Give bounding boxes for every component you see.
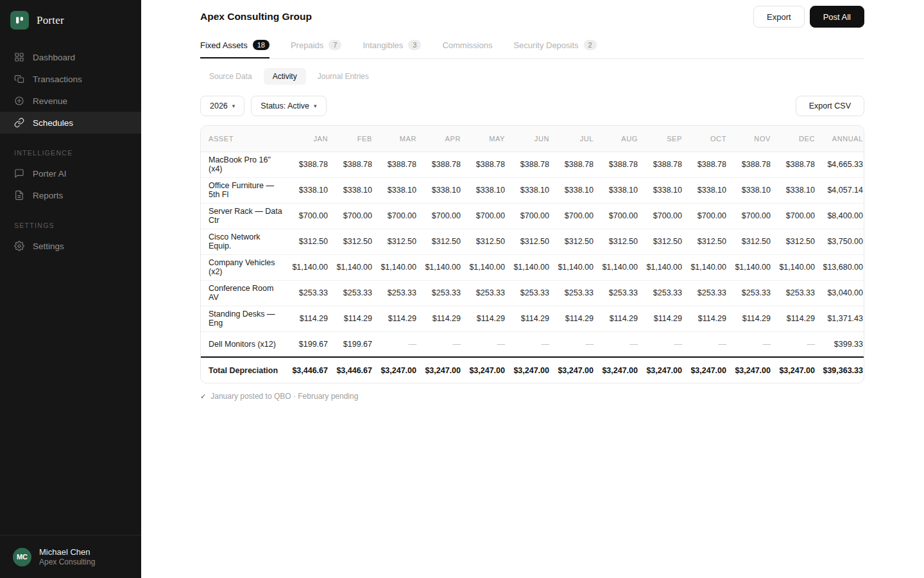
gear-icon xyxy=(14,241,24,251)
sidebar-item-transactions[interactable]: Transactions xyxy=(0,68,141,90)
table-header-row: ASSETJANFEBMARAPRMAYJUNJULAUGSEPOCTNOVDE… xyxy=(201,126,864,152)
month-value: $338.10 xyxy=(594,177,638,203)
sidebar-item-revenue[interactable]: Revenue xyxy=(0,90,141,112)
sidebar-item-dashboard[interactable]: Dashboard xyxy=(0,46,141,68)
month-value: $114.29 xyxy=(505,306,549,331)
sidebar-section-label-settings: SETTINGS xyxy=(14,222,127,229)
tab-security-deposits[interactable]: Security Deposits2 xyxy=(513,31,596,58)
brand-name: Porter xyxy=(37,14,64,27)
month-value: $388.78 xyxy=(594,152,638,177)
month-value: $338.10 xyxy=(328,177,372,203)
table-row[interactable]: Office Furniture — 5th Fl$338.10$338.10$… xyxy=(201,177,864,203)
table-row[interactable]: Cisco Network Equip.$312.50$312.50$312.5… xyxy=(201,229,864,254)
export-csv-button[interactable]: Export CSV xyxy=(796,96,864,116)
depreciation-table: ASSETJANFEBMARAPRMAYJUNJULAUGSEPOCTNOVDE… xyxy=(200,125,864,383)
month-value: $253.33 xyxy=(284,280,328,306)
annual-value: $4,057.14 xyxy=(815,177,864,203)
sidebar-item-porter-ai[interactable]: Porter AI xyxy=(0,162,141,184)
month-value: $312.50 xyxy=(594,229,638,254)
total-month-value: $3,247.00 xyxy=(771,357,815,383)
month-value: $253.33 xyxy=(638,280,682,306)
month-value: $338.10 xyxy=(416,177,461,203)
grid-icon xyxy=(14,52,24,62)
month-value: $253.33 xyxy=(771,280,815,306)
table-row[interactable]: Server Rack — Data Ctr$700.00$700.00$700… xyxy=(201,203,864,229)
month-value: $388.78 xyxy=(328,152,372,177)
subtab-journal-entries[interactable]: Journal Entries xyxy=(309,68,378,85)
porter-logo-icon xyxy=(10,11,29,30)
tab-count-badge: 18 xyxy=(253,40,270,50)
month-value: $253.33 xyxy=(549,280,594,306)
table-row[interactable]: MacBook Pro 16" (x4)$388.78$388.78$388.7… xyxy=(201,152,864,177)
year-dropdown-value: 2026 xyxy=(210,101,228,110)
table-row[interactable]: Dell Monitors (x12)$199.67$199.67———————… xyxy=(201,331,864,357)
sidebar-item-reports[interactable]: Reports xyxy=(0,184,141,206)
month-value: $253.33 xyxy=(682,280,726,306)
month-value: $114.29 xyxy=(461,306,505,331)
table-row[interactable]: Company Vehicles (x2)$1,140.00$1,140.00$… xyxy=(201,254,864,280)
month-value: $1,140.00 xyxy=(416,254,461,280)
month-value: $253.33 xyxy=(372,280,416,306)
tab-commissions[interactable]: Commissions xyxy=(442,31,492,58)
tab-fixed-assets[interactable]: Fixed Assets18 xyxy=(200,31,270,58)
status-dropdown-value: Status: Active xyxy=(261,101,309,110)
month-value: $700.00 xyxy=(549,203,594,229)
month-value: $312.50 xyxy=(638,229,682,254)
month-value: $388.78 xyxy=(549,152,594,177)
month-value: — xyxy=(726,331,771,357)
export-button[interactable]: Export xyxy=(753,6,805,28)
avatar: MC xyxy=(13,548,31,566)
sidebar-item-settings[interactable]: Settings xyxy=(0,235,141,257)
table-row[interactable]: Conference Room AV$253.33$253.33$253.33$… xyxy=(201,280,864,306)
month-value: $388.78 xyxy=(771,152,815,177)
month-value: $312.50 xyxy=(284,229,328,254)
year-dropdown[interactable]: 2026 ▾ xyxy=(200,96,244,116)
annual-value: $4,665.33 xyxy=(815,152,864,177)
column-header-feb: FEB xyxy=(328,126,372,152)
asset-name: Company Vehicles (x2) xyxy=(201,254,284,280)
subtab-source-data[interactable]: Source Data xyxy=(200,68,261,85)
month-value: $1,140.00 xyxy=(682,254,726,280)
month-value: $338.10 xyxy=(726,177,771,203)
month-value: $253.33 xyxy=(726,280,771,306)
month-value: — xyxy=(505,331,549,357)
tab-intangibles[interactable]: Intangibles3 xyxy=(363,31,421,58)
status-dropdown[interactable]: Status: Active ▾ xyxy=(251,96,326,116)
month-value: — xyxy=(461,331,505,357)
sidebar-item-schedules[interactable]: Schedules xyxy=(0,112,141,134)
subtab-activity[interactable]: Activity xyxy=(264,68,306,85)
page-title: Apex Consulting Group xyxy=(200,11,312,22)
month-value: $253.33 xyxy=(505,280,549,306)
month-value: $1,140.00 xyxy=(372,254,416,280)
month-value: — xyxy=(549,331,594,357)
month-value: $338.10 xyxy=(549,177,594,203)
total-annual-value: $39,363.33 xyxy=(815,357,864,383)
month-value: $338.10 xyxy=(682,177,726,203)
column-header-annual: ANNUAL xyxy=(815,126,864,152)
post-all-button[interactable]: Post All xyxy=(810,6,864,28)
user-card[interactable]: MC Michael Chen Apex Consulting xyxy=(0,535,141,578)
month-value: $700.00 xyxy=(416,203,461,229)
month-value: $114.29 xyxy=(372,306,416,331)
month-value: $388.78 xyxy=(726,152,771,177)
column-header-asset: ASSET xyxy=(201,126,284,152)
month-value: $700.00 xyxy=(328,203,372,229)
brand[interactable]: Porter xyxy=(0,0,141,40)
month-value: $1,140.00 xyxy=(726,254,771,280)
month-value: $1,140.00 xyxy=(638,254,682,280)
month-value: $1,140.00 xyxy=(461,254,505,280)
link-icon xyxy=(14,118,24,128)
month-value: $114.29 xyxy=(682,306,726,331)
month-value: — xyxy=(682,331,726,357)
table-row[interactable]: Standing Desks — Eng$114.29$114.29$114.2… xyxy=(201,306,864,331)
column-header-oct: OCT xyxy=(682,126,726,152)
tab-prepaids[interactable]: Prepaids7 xyxy=(291,31,341,58)
total-month-value: $3,446.67 xyxy=(284,357,328,383)
total-month-value: $3,247.00 xyxy=(549,357,594,383)
chevron-down-icon: ▾ xyxy=(314,103,317,109)
tab-label: Intangibles xyxy=(363,40,403,50)
header-actions: Export Post All xyxy=(753,6,864,28)
sidebar-item-label: Settings xyxy=(33,241,64,251)
month-value: $253.33 xyxy=(328,280,372,306)
sidebar-nav: DashboardTransactionsRevenueSchedulesINT… xyxy=(0,46,141,257)
